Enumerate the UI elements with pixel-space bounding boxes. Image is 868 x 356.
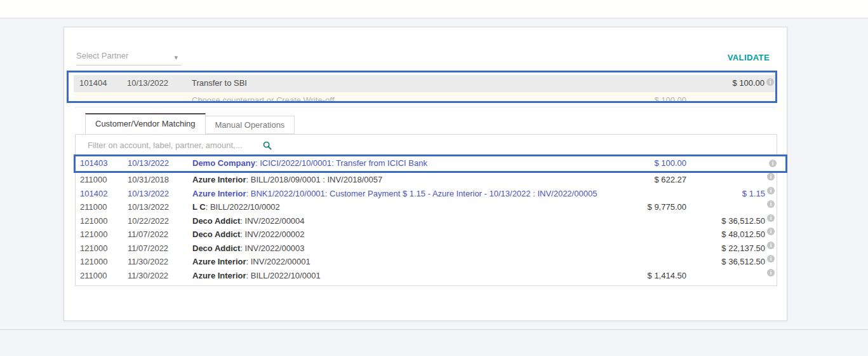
select-partner-placeholder: Select Partner [76,51,128,60]
row-partner: Azure Interior [192,271,246,280]
row-partner: Deco Addict [192,243,240,253]
bottom-divider [0,329,868,330]
row-partner: Azure Interior [192,175,246,184]
row-label: Azure Interior: BNK1/2022/10/0001: Custo… [192,187,597,201]
statement-date: 10/13/2022 [127,78,168,88]
tab-manual-operations[interactable]: Manual Operations [206,116,295,134]
row-account: 121000 [80,242,107,256]
counterpart-amount: $ 100.00 [654,95,686,103]
filter-input[interactable] [88,140,259,150]
row-label: Deco Addict: INV/2022/00003 [192,242,305,256]
counterpart-hint-row: Choose counterpart or Create Write-off $… [74,92,775,103]
selected-statement-highlight: 101404 10/13/2022 Transfer to SBI $ 100.… [67,71,777,103]
info-icon[interactable]: i [766,78,774,86]
row-label: Deco Addict: INV/2022/00004 [192,214,305,228]
row-label: Azure Interior: BILL/2022/10/0001 [192,269,321,283]
match-row[interactable]: 121000 11/30/2022 Azure Interior: INV/20… [76,255,777,269]
row-label: Azure Interior: INV/2022/00001 [192,255,310,269]
row-account: 211000 [80,200,107,214]
section-divider [75,107,776,107]
row-account: 211000 [80,173,107,187]
row-date: 10/22/2022 [128,214,169,228]
match-row[interactable]: 101403 10/13/2022 Demo Company: ICICI/20… [76,156,785,171]
row-account: 121000 [80,214,107,228]
row-credit: $ 48,012.50 [683,228,765,242]
statement-account: 101404 [79,78,107,88]
row-debit: $ 100.00 [598,156,686,170]
row-date: 11/30/2022 [128,255,168,269]
caret-down-icon: ▾ [174,51,178,63]
row-date: 11/07/2022 [128,242,168,256]
tab-customer-vendor-matching[interactable]: Customer/Vendor Matching [85,113,206,134]
row-label: Deco Addict: INV/2022/00002 [192,228,305,242]
row-date: 11/07/2022 [128,228,168,242]
row-debit: $ 1,414.50 [598,269,686,283]
statement-line-row[interactable]: 101404 10/13/2022 Transfer to SBI $ 100.… [74,75,775,92]
info-icon[interactable]: i [769,160,777,167]
row-credit: $ 1.15 [683,187,765,201]
row-partner: Deco Addict [192,229,240,239]
selected-match-highlight: 101403 10/13/2022 Demo Company: ICICI/20… [74,154,787,173]
row-partner: Azure Interior [192,189,246,198]
row-date: 10/13/2022 [128,187,169,201]
info-icon[interactable]: i [767,255,775,263]
row-debit: $ 622.27 [598,173,686,187]
match-row[interactable]: 211000 11/30/2022 Azure Interior: BILL/2… [76,269,777,283]
matching-table: 101403 10/13/2022 Demo Company: ICICI/20… [75,134,777,286]
match-row[interactable]: 101402 10/13/2022 Azure Interior: BNK1/2… [76,187,777,201]
filter-row [76,135,777,154]
row-date: 10/13/2022 [128,156,169,170]
selected-match-wrapper: 101403 10/13/2022 Demo Company: ICICI/20… [76,154,777,173]
row-account: 121000 [80,228,107,242]
row-partner: Demo Company [192,158,255,168]
row-label: Azure Interior: BILL/2018/09/0001 : INV/… [192,173,382,187]
info-icon[interactable]: i [767,173,775,181]
match-row[interactable]: 211000 10/13/2022 L C: BILL/2022/10/0002… [76,200,777,214]
match-row[interactable]: 121000 11/07/2022 Deco Addict: INV/2022/… [76,242,777,256]
statement-amount: $ 100.00 [732,78,765,88]
row-account: 101402 [80,187,107,201]
row-account: 211000 [80,269,107,283]
validate-button[interactable]: VALIDATE [728,53,770,62]
match-row[interactable]: 121000 11/07/2022 Deco Addict: INV/2022/… [76,228,777,242]
statement-label: Transfer to SBI [192,78,247,88]
info-icon[interactable]: i [767,242,775,249]
row-date: 11/30/2022 [128,269,168,283]
row-debit: $ 9,775.00 [598,200,686,214]
row-partner: L C [192,202,206,212]
top-white-strip [0,0,868,18]
counterpart-hint: Choose counterpart or Create Write-off [192,95,334,103]
row-date: 10/13/2022 [128,200,169,214]
select-partner-dropdown[interactable]: Select Partner ▾ [76,50,182,65]
row-credit: $ 22,137.50 [683,242,765,256]
info-icon[interactable]: i [767,228,775,235]
reconciliation-card: Select Partner ▾ VALIDATE 101404 10/13/2… [63,27,787,321]
info-icon[interactable]: i [767,187,775,195]
info-icon[interactable]: i [767,269,775,277]
page-background: Select Partner ▾ VALIDATE 101404 10/13/2… [0,18,868,356]
row-credit: $ 36,512.50 [683,214,765,228]
row-partner: Azure Interior [192,257,246,266]
row-credit: $ 36,512.50 [683,255,765,269]
info-icon[interactable]: i [767,200,775,208]
partner-toolbar: Select Partner ▾ VALIDATE [76,50,770,68]
row-account: 121000 [80,255,107,269]
row-partner: Deco Addict [192,216,240,226]
row-account: 101403 [80,156,107,170]
info-icon[interactable]: i [767,214,775,222]
row-date: 10/31/2018 [128,173,169,187]
row-label: Demo Company: ICICI/2022/10/0001: Transf… [192,156,427,170]
tab-bar: Customer/Vendor Matching Manual Operatio… [85,113,295,134]
match-row[interactable]: 211000 10/31/2018 Azure Interior: BILL/2… [76,173,777,187]
row-label: L C: BILL/2022/10/0002 [192,200,280,214]
search-icon [263,137,272,156]
match-row[interactable]: 121000 10/22/2022 Deco Addict: INV/2022/… [76,214,777,228]
